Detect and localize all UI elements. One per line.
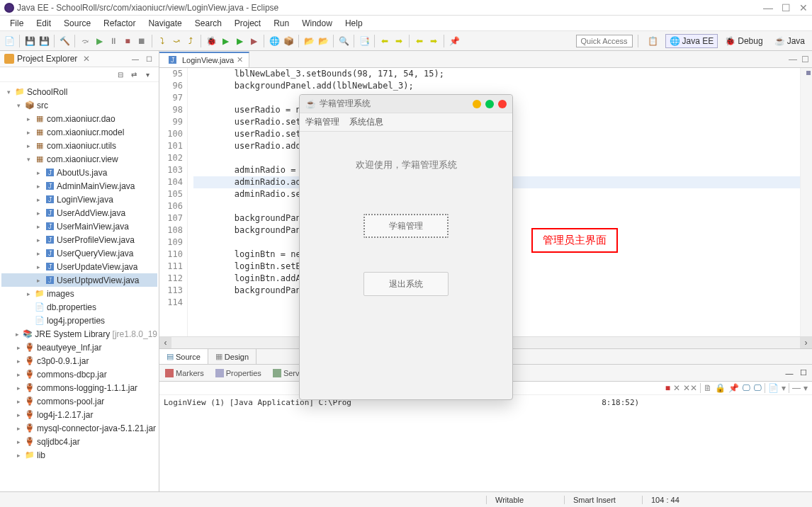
tree-file[interactable]: ▸🅹UserUpdateView.java [1, 260, 157, 273]
minimize-view-icon[interactable]: — [130, 53, 141, 64]
tree-file[interactable]: ▸🅹UserProfileView.java [1, 233, 157, 246]
new-class-icon[interactable]: 📦 [282, 35, 295, 47]
open-console-icon[interactable]: 🖵 [753, 383, 762, 393]
quick-access-input[interactable] [576, 35, 633, 47]
tree-jar[interactable]: ▸🏺sqljdbc4.jar [1, 435, 157, 448]
tree-file-selected[interactable]: ▸🅹UserUptpwdView.java [1, 273, 157, 287]
tree-project[interactable]: ▾ 📁 SchoolRoll [1, 85, 157, 98]
tree-dbprops[interactable]: 📄db.properties [1, 300, 157, 314]
tree-jar[interactable]: ▸🏺mysql-connector-java-5.1.21.jar [1, 421, 157, 435]
tree-jar[interactable]: ▸🏺commons-logging-1.1.1.jar [1, 381, 157, 394]
overview-ruler[interactable] [800, 68, 812, 336]
step-over-icon[interactable]: ⤻ [170, 35, 183, 47]
minimize-button[interactable]: — [763, 3, 773, 13]
editor-minimize-icon[interactable]: — [789, 55, 797, 64]
external-tools-icon[interactable]: ▶ [247, 35, 260, 47]
tree-file[interactable]: ▸🅹UserMainView.java [1, 220, 157, 233]
build-icon[interactable]: 🔨 [58, 35, 71, 47]
console-min-icon[interactable]: — [792, 383, 801, 393]
save-all-icon[interactable]: 💾 [38, 35, 50, 47]
link-editor-icon[interactable]: ⇄ [128, 69, 140, 80]
dialog-zoom-button[interactable] [485, 100, 494, 108]
next-edit-icon[interactable]: ➡ [393, 35, 405, 47]
tree-jar[interactable]: ▸🏺beautyeye_lnf.jar [1, 341, 157, 354]
close-button[interactable]: ✕ [799, 3, 808, 13]
new-icon[interactable]: 📄 [3, 35, 16, 47]
editor-tab-design[interactable]: ▦ Design [208, 349, 256, 364]
perspective-debug[interactable]: 🐞 Debug [721, 34, 767, 48]
close-tab-icon[interactable]: ✕ [237, 55, 243, 64]
menu-file[interactable]: File [4, 17, 29, 30]
tree-file[interactable]: ▸🅹AboutUs.java [1, 166, 157, 179]
menu-search[interactable]: Search [189, 17, 227, 30]
forward-icon[interactable]: ➡ [427, 35, 440, 47]
close-view-icon[interactable]: ✕ [83, 54, 90, 64]
menu-navigate[interactable]: Navigate [142, 17, 187, 30]
tree-pkg-dao[interactable]: ▸ ▦ com.xiaoniucr.dao [1, 112, 157, 125]
display-console-icon[interactable]: 🖵 [742, 383, 750, 393]
debug-resume-icon[interactable]: ▶ [93, 35, 106, 47]
scroll-lock-icon[interactable]: 🔒 [715, 383, 726, 393]
menu-project[interactable]: Project [229, 17, 266, 30]
clear-console-icon[interactable]: 🗎 [704, 383, 712, 393]
tree-jar[interactable]: ▸🏺commons-pool.jar [1, 394, 157, 408]
menu-refactor[interactable]: Refactor [98, 17, 141, 30]
new-console-icon[interactable]: 📄 [768, 383, 779, 393]
tab-properties[interactable]: Properties [213, 368, 264, 379]
tree-images[interactable]: ▸📁images [1, 287, 157, 300]
tree-jre[interactable]: ▸📚JRE System Library [jre1.8.0_19 [1, 327, 157, 341]
tree-src[interactable]: ▾ 📦 src [1, 98, 157, 112]
editor-tab-loginview[interactable]: 🅹 LoginView.java ✕ [159, 52, 249, 67]
back-icon[interactable]: ⬅ [413, 35, 426, 47]
tree-log4jprops[interactable]: 📄log4j.properties [1, 314, 157, 327]
terminate-icon[interactable]: ■ [665, 383, 670, 393]
menu-source[interactable]: Source [58, 17, 96, 30]
maximize-button[interactable]: ☐ [782, 3, 791, 13]
scroll-left-icon[interactable]: ‹ [159, 337, 171, 349]
remove-launch-icon[interactable]: ✕ [673, 383, 680, 393]
tree-file[interactable]: ▸🅹AdminMainView.java [1, 179, 157, 193]
dialog-minimize-button[interactable] [473, 100, 481, 108]
maximize-view-icon[interactable]: ☐ [798, 368, 809, 379]
run-last-icon[interactable]: ▶ [233, 35, 246, 47]
perspective-java[interactable]: ☕ Java [770, 34, 809, 48]
tree-file[interactable]: ▸🅹UserAddView.java [1, 206, 157, 220]
tree-pkg-utils[interactable]: ▸ ▦ com.xiaoniucr.utils [1, 139, 157, 152]
save-icon[interactable]: 💾 [23, 35, 36, 47]
console-dropdown-icon[interactable]: ▾ [782, 383, 786, 393]
debug-dropdown-icon[interactable]: 🐞 [205, 35, 218, 47]
menu-window[interactable]: Window [296, 17, 338, 30]
step-into-icon[interactable]: ⤵ [156, 35, 169, 47]
tab-markers[interactable]: Markers [162, 368, 207, 379]
toggle-mark-icon[interactable]: 📑 [358, 35, 371, 47]
menu-help[interactable]: Help [339, 17, 368, 30]
prev-edit-icon[interactable]: ⬅ [378, 35, 391, 47]
pin-icon[interactable]: 📌 [448, 35, 461, 47]
minimize-view-icon[interactable]: — [784, 368, 795, 379]
debug-pause-icon[interactable]: ⏸ [107, 35, 120, 47]
open-task-icon[interactable]: 📂 [317, 35, 329, 47]
debug-skip-icon[interactable]: ⤼ [79, 35, 91, 47]
editor-tab-source[interactable]: ▤ Source [159, 349, 208, 364]
menu-edit[interactable]: Edit [30, 17, 57, 30]
dialog-manage-button[interactable]: 学籍管理 [363, 214, 449, 238]
tree-lib[interactable]: ▸📁lib [1, 448, 157, 462]
tree-jar[interactable]: ▸🏺commons-dbcp.jar [1, 368, 157, 381]
editor-maximize-icon[interactable]: ☐ [801, 55, 809, 64]
remove-all-icon[interactable]: ✕✕ [683, 383, 697, 393]
search-icon[interactable]: 🔍 [337, 35, 350, 47]
collapse-all-icon[interactable]: ⊟ [115, 69, 126, 80]
pin-console-icon[interactable]: 📌 [728, 383, 739, 393]
tree-pkg-view[interactable]: ▾ ▦ com.xiaoniucr.view [1, 152, 157, 166]
tree-file[interactable]: ▸🅹UserQueryView.java [1, 246, 157, 260]
view-menu-icon[interactable]: ▾ [142, 69, 153, 80]
tree-jar[interactable]: ▸🏺log4j-1.2.17.jar [1, 408, 157, 421]
perspective-javaee[interactable]: 🌐 Java EE [665, 34, 718, 48]
tree-jar[interactable]: ▸🏺c3p0-0.9.1.jar [1, 354, 157, 368]
debug-disconnect-icon[interactable]: ⏹ [135, 35, 148, 47]
maximize-view-icon[interactable]: ☐ [143, 53, 154, 64]
dialog-close-button[interactable] [498, 100, 507, 108]
dialog-menu-manage[interactable]: 学籍管理 [305, 116, 339, 128]
menu-run[interactable]: Run [268, 17, 295, 30]
open-type-icon[interactable]: 📂 [303, 35, 315, 47]
